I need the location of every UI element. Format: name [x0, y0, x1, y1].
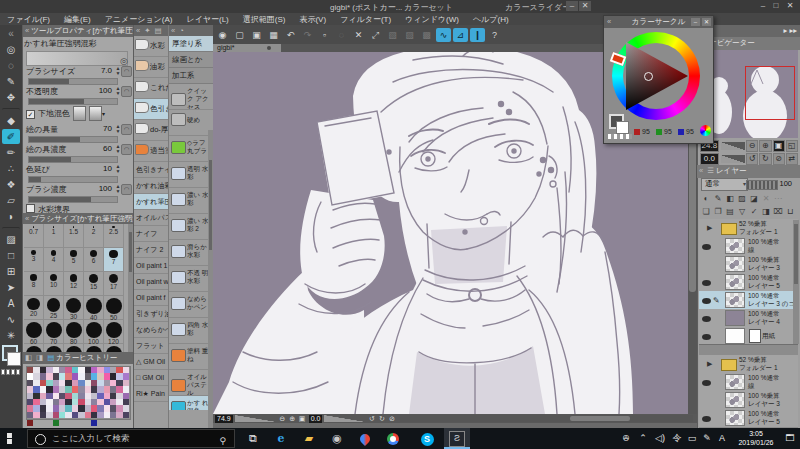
param-slider[interactable]: [28, 98, 118, 105]
brush-tool-icon[interactable]: ✐: [2, 129, 20, 144]
layer-action-icon[interactable]: ⊔: [785, 206, 795, 217]
save-file-icon[interactable]: ▦: [266, 28, 281, 42]
brush-size-cell[interactable]: 170: [44, 344, 64, 352]
subtool-group-item[interactable]: △ GM Oil: [134, 354, 168, 370]
layer-row[interactable]: 100 %通常レイヤー 5: [699, 409, 798, 428]
brush-size-cell[interactable]: 30: [64, 296, 84, 320]
navigator-tab[interactable]: ナビゲーター: [709, 38, 755, 47]
subtool-group-item[interactable]: 色引き: [134, 99, 168, 120]
param-slider[interactable]: [28, 78, 118, 85]
subtool-group-item[interactable]: かすれ筆圧: [134, 194, 168, 210]
canvas-zoom-value[interactable]: 74.9: [215, 415, 233, 423]
rotate-reset-button[interactable]: ⊘: [387, 415, 396, 423]
pressure-dynamics-icon[interactable]: ◠: [121, 184, 132, 195]
layer-action-icon[interactable]: ❏: [701, 206, 711, 217]
layer-lock-icon[interactable]: ⋯: [773, 193, 783, 204]
subtool-item[interactable]: 濃い 水彩: [169, 188, 213, 214]
clip-studio-paint-button[interactable]: Ƨ: [444, 428, 470, 449]
rotate-ccw-button[interactable]: ↺: [367, 415, 376, 423]
brush-size-cell[interactable]: 2: [84, 224, 104, 248]
layer-action-icon[interactable]: ✓: [749, 206, 759, 217]
color-wheel-close-button[interactable]: ✕: [702, 18, 711, 26]
checkbox-unchecked[interactable]: [26, 204, 35, 213]
subtool-tab[interactable]: 厚塗り系: [169, 36, 213, 52]
visibility-eye-icon[interactable]: [702, 316, 711, 322]
param-slider[interactable]: [28, 196, 118, 203]
layer-thumbnail[interactable]: [725, 392, 745, 408]
pressure-dynamics-icon[interactable]: ◠: [121, 144, 132, 155]
brush-size-cell[interactable]: 300: [104, 344, 124, 352]
brush-size-cell[interactable]: 120: [104, 320, 124, 344]
subtool-group-item[interactable]: ナイフ: [134, 226, 168, 242]
nav-rotation-slider[interactable]: [721, 155, 745, 163]
select-marquee-icon[interactable]: ▫: [317, 28, 332, 42]
brush-size-cell[interactable]: 50: [104, 296, 124, 320]
layer-action-icon[interactable]: ❐: [713, 206, 723, 217]
brush-size-cell[interactable]: 8: [24, 272, 44, 296]
subtool-item[interactable]: クイック アクセス: [169, 84, 213, 110]
brush-size-cell[interactable]: 250: [84, 344, 104, 352]
canvas-rotation-slider[interactable]: [324, 415, 366, 422]
tray-battery-icon[interactable]: ▭: [685, 428, 699, 449]
zoom-fit-button[interactable]: ▣: [298, 415, 307, 423]
camera-app-button[interactable]: ◉: [324, 428, 350, 449]
brush-size-cell[interactable]: 4: [44, 248, 64, 272]
zoom-in-button[interactable]: ⊕: [288, 415, 297, 423]
subtool-item[interactable]: オイル パステル: [169, 370, 213, 396]
subtool-item[interactable]: 透明 水彩: [169, 162, 213, 188]
clear-selection-icon[interactable]: ✕: [351, 28, 366, 42]
brush-size-cell[interactable]: 80: [64, 320, 84, 344]
task-view-button[interactable]: ⧉: [240, 428, 266, 449]
start-button[interactable]: [0, 428, 26, 449]
brush-tip-button[interactable]: [89, 106, 102, 121]
param-value[interactable]: 10: [103, 164, 112, 173]
dock-expand-arrows[interactable]: ▸ ▸▸: [784, 25, 797, 36]
nav-rotate-cw-icon[interactable]: ↻: [759, 153, 771, 165]
visibility-eye-icon[interactable]: [702, 380, 711, 386]
transform-icon[interactable]: ⤢: [368, 28, 383, 42]
eraser-tool-icon[interactable]: ▱: [2, 193, 20, 208]
snap-pin-icon[interactable]: ❙: [470, 28, 485, 42]
layer-thumbnail[interactable]: [725, 310, 745, 326]
undo-icon[interactable]: ↶: [283, 28, 298, 42]
layer-row[interactable]: 100 %通常レイヤー 4: [699, 309, 798, 328]
brush-size-cell[interactable]: 100: [84, 320, 104, 344]
subtool-group-item[interactable]: 水彩: [134, 36, 168, 57]
tray-wifi-icon[interactable]: 令: [670, 428, 684, 449]
brush-size-cell[interactable]: 40: [84, 296, 104, 320]
subtool-group-item[interactable]: フラット: [134, 338, 168, 354]
recent-swatch[interactable]: [53, 420, 59, 426]
canvas-zoom-slider[interactable]: [235, 415, 277, 422]
brush-size-cell[interactable]: 70: [44, 320, 64, 344]
brush-tip-button[interactable]: [73, 106, 86, 121]
stepper-icon[interactable]: ▲▼: [114, 164, 122, 173]
frame-tool-icon[interactable]: ⊞: [2, 264, 20, 279]
navigator-view-rect[interactable]: [745, 66, 795, 120]
blend-tool-icon[interactable]: ◗: [2, 209, 20, 224]
layer-lock-icon[interactable]: ◐: [701, 193, 711, 204]
subtool-group-item[interactable]: 油彩: [134, 57, 168, 78]
layer-action-icon[interactable]: ▽: [737, 206, 747, 217]
expand-arrow-icon[interactable]: ▶: [707, 360, 712, 368]
subtool-item[interactable]: 滑らか 水彩: [169, 240, 213, 266]
visibility-eye-icon[interactable]: [702, 298, 711, 304]
brush-size-cell[interactable]: 10: [44, 272, 64, 296]
gradient-tool-icon[interactable]: ▨: [2, 232, 20, 247]
subtool-group-item[interactable]: かすれ油彩: [134, 178, 168, 194]
layer-row[interactable]: 100 %通常線: [699, 237, 798, 256]
expand-arrow-icon[interactable]: ▶: [707, 224, 712, 232]
layer-row[interactable]: 100 %通常レイヤー 5: [699, 273, 798, 292]
layer-thumbnail[interactable]: [725, 256, 745, 272]
palette-minimize-button[interactable]: –: [566, 1, 578, 11]
app-logo-icon[interactable]: ◉: [215, 28, 230, 42]
subtool-item[interactable]: 不透 明水彩: [169, 266, 213, 292]
brush-size-cell[interactable]: 17: [104, 272, 124, 296]
layer-thumbnail[interactable]: [725, 292, 745, 308]
nav-zoom-slider[interactable]: [721, 142, 745, 150]
layer-action-icon[interactable]: ⌧: [773, 206, 783, 217]
subtool-group-item[interactable]: これだけ: [134, 78, 168, 99]
color-wheel-minimize-button[interactable]: –: [691, 18, 700, 26]
brush-size-cell[interactable]: 200: [64, 344, 84, 352]
brush-size-cell[interactable]: 20: [24, 296, 44, 320]
menu-item[interactable]: ウィンドウ(W): [398, 14, 466, 25]
